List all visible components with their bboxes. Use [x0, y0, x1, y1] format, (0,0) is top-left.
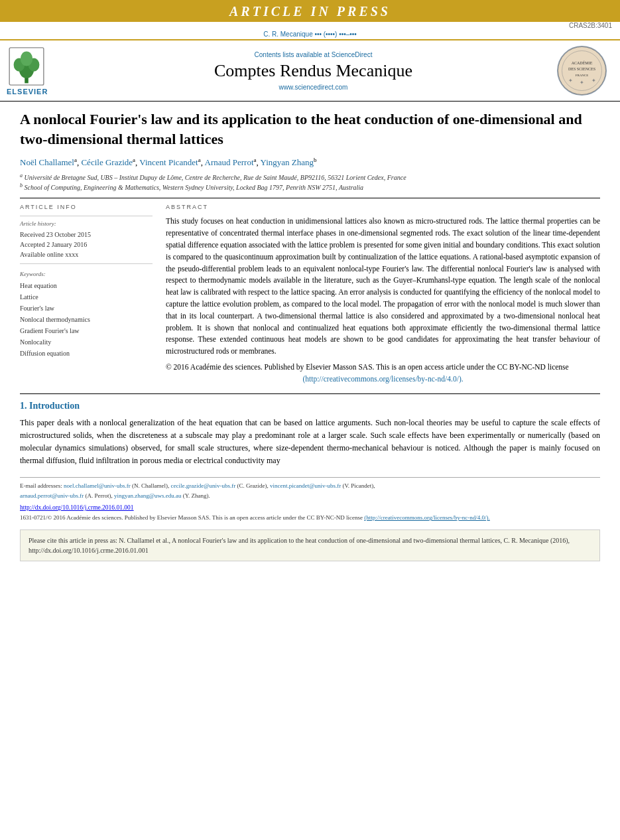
affiliations: a Université de Bretagne Sud, UBS – Inst…	[20, 173, 600, 192]
copyright-footer: 1631-0721/© 2016 Académie des sciences. …	[20, 514, 600, 523]
keyword-2: Lattice	[20, 291, 153, 303]
author-4: Arnaud Perrot	[205, 158, 254, 168]
footer-license-link[interactable]: (http://creativecommons.org/licenses/by-…	[364, 514, 490, 521]
email-perrot[interactable]: arnaud.perrot@univ-ubs.fr	[20, 492, 84, 499]
accepted-date: Accepted 2 January 2016	[20, 240, 153, 249]
history-label: Article history:	[20, 220, 153, 227]
abstract-column: ABSTRACT This study focuses on heat cond…	[166, 204, 600, 385]
banner-text: ARTICLE IN PRESS	[229, 4, 391, 19]
abstract-body: This study focuses on heat conduction in…	[166, 216, 600, 385]
main-content: A nonlocal Fourier's law and its applica…	[0, 102, 620, 568]
affiliation-a: a Université de Bretagne Sud, UBS – Inst…	[20, 173, 600, 181]
email-picandet[interactable]: vincent.picandet@univ-ubs.fr	[270, 482, 341, 489]
notice-text: Please cite this article in press as: N.…	[29, 537, 570, 554]
abstract-license: (http://creativecommons.org/licenses/by-…	[166, 374, 600, 385]
affiliation-b: b School of Computing, Engineering & Mat…	[20, 182, 600, 191]
svg-text:✦: ✦	[580, 80, 584, 86]
article-in-press-banner: ARTICLE IN PRESS	[0, 0, 620, 22]
academy-logo: ACADÉMIE DES SCIENCES FRANCE ✦ ✦ ✦	[557, 46, 607, 96]
divider-info-mid	[20, 263, 153, 264]
abstract-copyright-text: © 2016 Académie des sciences. Published …	[166, 363, 569, 371]
journal-title: Comptes Rendus Mecanique	[76, 61, 550, 81]
journal-url-text: www.sciencedirect.com	[279, 84, 348, 91]
introduction-section: 1. Introduction This paper deals with a …	[20, 401, 600, 468]
journal-url[interactable]: www.sciencedirect.com	[76, 84, 550, 91]
elsevier-tree-icon	[7, 46, 46, 86]
abstract-label: ABSTRACT	[166, 204, 600, 210]
abstract-copyright: © 2016 Académie des sciences. Published …	[166, 362, 600, 374]
keyword-7: Diffusion equation	[20, 348, 153, 359]
elsevier-text: ELSEVIER	[7, 88, 48, 96]
doi-link[interactable]: http://dx.doi.org/10.1016/j.crme.2016.01…	[20, 504, 134, 511]
article-title: A nonlocal Fourier's law and its applica…	[20, 109, 600, 149]
keyword-1: Heat equation	[20, 280, 153, 291]
keywords-label: Keywords:	[20, 271, 153, 277]
author-5: Yingyan Zhang	[261, 158, 314, 168]
keyword-5: Gradient Fourier's law	[20, 325, 153, 336]
email-zhang[interactable]: yingyan.zhang@uws.edu.au	[114, 492, 182, 499]
journal-right-logo: ACADÉMIE DES SCIENCES FRANCE ✦ ✦ ✦	[557, 46, 613, 96]
intro-heading: 1. Introduction	[20, 401, 600, 411]
authors-line: Noël Challamela, Cécile Grazidea, Vincen…	[20, 157, 600, 168]
author-3: Vincent Picandet	[139, 158, 198, 168]
affiliation-b-text: School of Computing, Engineering & Mathe…	[25, 184, 364, 191]
email-challamel[interactable]: noel.challamel@univ-ubs.fr	[64, 482, 131, 489]
article-info-label: ARTICLE INFO	[20, 204, 153, 210]
svg-text:✦: ✦	[568, 78, 573, 84]
two-col-section: ARTICLE INFO Article history: Received 2…	[20, 204, 600, 385]
journal-center: Contents lists available at ScienceDirec…	[76, 51, 550, 91]
divider-2	[20, 393, 600, 394]
contents-label: Contents lists available at	[255, 51, 332, 58]
author-2: Cécile Grazide	[81, 158, 133, 168]
divider-info-top	[20, 216, 153, 216]
svg-text:✦: ✦	[591, 78, 596, 84]
sciencedirect-link[interactable]: ScienceDirect	[332, 51, 373, 58]
contents-available-line: Contents lists available at ScienceDirec…	[76, 51, 550, 58]
email-grazide[interactable]: cecile.grazide@univ-ubs.fr	[170, 482, 235, 489]
article-info-column: ARTICLE INFO Article history: Received 2…	[20, 204, 153, 385]
journal-line-text: C. R. Mecanique ••• (••••) •••–•••	[263, 31, 357, 38]
keyword-6: Nonlocality	[20, 336, 153, 348]
elsevier-logo: ELSEVIER	[7, 46, 70, 96]
doi-line[interactable]: http://dx.doi.org/10.1016/j.crme.2016.01…	[20, 504, 600, 511]
issn-line-text: 1631-0721/© 2016 Académie des sciences. …	[20, 514, 363, 521]
abstract-text-content: This study focuses on heat conduction in…	[166, 217, 600, 355]
footer-divider	[20, 477, 600, 478]
article-id: CRAS2B:3401	[569, 22, 612, 29]
svg-text:FRANCE: FRANCE	[576, 74, 589, 77]
available-online: Available online xxxx	[20, 249, 153, 259]
cite-notice-box: Please cite this article in press as: N.…	[20, 529, 600, 561]
svg-text:ACADÉMIE: ACADÉMIE	[572, 60, 593, 65]
affiliation-a-text: Université de Bretagne Sud, UBS – Instit…	[25, 174, 406, 181]
intro-text: This paper deals with a nonlocal general…	[20, 417, 600, 468]
keyword-3: Fourier's law	[20, 303, 153, 314]
received-date: Received 23 October 2015	[20, 230, 153, 240]
author-1: Noël Challamel	[20, 158, 74, 168]
keyword-4: Nonlocal thermodynamics	[20, 314, 153, 325]
footnote-emails: E-mail addresses: noel.challamel@univ-ub…	[20, 481, 600, 500]
divider-1	[20, 198, 600, 198]
svg-point-4	[21, 51, 32, 66]
journal-header: ELSEVIER Contents lists available at Sci…	[0, 39, 620, 102]
emails-label: E-mail addresses:	[20, 482, 62, 489]
svg-text:DES SCIENCES: DES SCIENCES	[568, 67, 595, 71]
abstract-license-link[interactable]: (http://creativecommons.org/licenses/by-…	[302, 375, 463, 383]
